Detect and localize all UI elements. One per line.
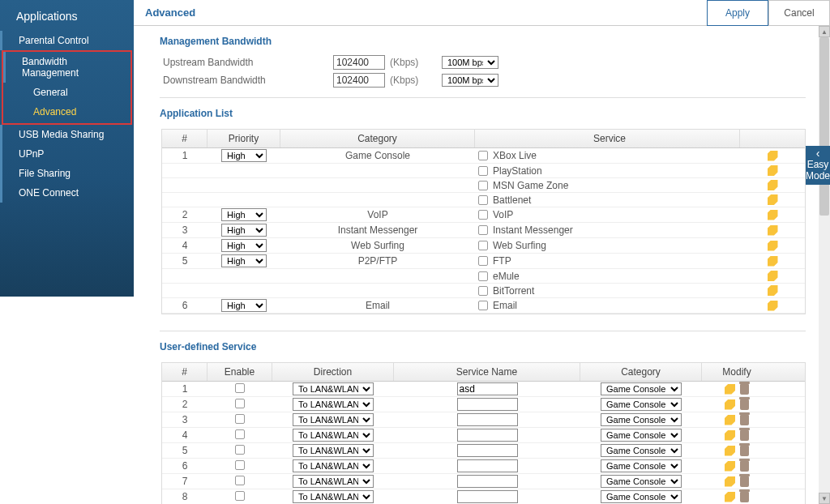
priority-select[interactable]: High [221,299,267,312]
enable-checkbox[interactable] [235,399,245,408]
enable-checkbox[interactable] [235,414,245,424]
enable-checkbox[interactable] [235,383,245,393]
easy-mode-toggle[interactable]: ‹ Easy Mode [806,146,830,185]
category-select[interactable]: Game Console [601,459,682,472]
service-checkbox[interactable] [478,195,488,205]
sidebar-item-usb media sharing[interactable]: USB Media Sharing [0,125,134,144]
sidebar-item-parental control[interactable]: Parental Control [0,31,134,50]
edit-icon[interactable] [768,271,778,281]
direction-select[interactable]: To LAN&WLAN [293,382,374,395]
service-checkbox[interactable] [478,181,488,190]
sidebar-item-advanced[interactable]: Advanced [3,102,130,122]
direction-select[interactable]: To LAN&WLAN [293,459,374,472]
scroll-down-icon[interactable]: ▼ [819,493,830,504]
service-name-input[interactable] [457,444,518,457]
delete-icon[interactable] [740,430,749,441]
category-select[interactable]: Game Console [601,444,682,457]
delete-icon[interactable] [740,476,749,487]
edit-icon[interactable] [768,180,778,190]
edit-icon[interactable] [768,210,778,220]
direction-select[interactable]: To LAN&WLAN [293,429,374,442]
row-modify [702,399,772,410]
service-checkbox[interactable] [478,256,488,266]
service-name-input[interactable] [457,490,518,503]
edit-icon[interactable] [768,225,778,236]
scrollbar[interactable]: ▲ ▼ [819,26,830,504]
row-number: 2 [162,209,208,220]
edit-icon[interactable] [768,256,778,267]
enable-checkbox[interactable] [235,445,245,455]
upstream-bw-select[interactable]: 100M bps [442,56,498,69]
sidebar-item-bandwidth management[interactable]: Bandwidth Management [3,52,130,83]
downstream-bw-select[interactable]: 100M bps [442,74,498,87]
edit-icon[interactable] [768,151,778,161]
delete-icon[interactable] [740,446,749,456]
edit-icon[interactable] [725,415,735,425]
enable-checkbox[interactable] [235,491,245,501]
sidebar-item-file sharing[interactable]: File Sharing [0,164,134,183]
category-select[interactable]: Game Console [601,413,682,426]
category-select[interactable]: Game Console [601,475,682,488]
service-name-input[interactable] [457,459,518,472]
category-select[interactable]: Game Console [601,398,682,411]
enable-checkbox[interactable] [235,460,245,470]
service-checkbox[interactable] [478,241,488,250]
edit-icon[interactable] [725,430,735,441]
apply-button[interactable]: Apply [707,0,768,26]
direction-select[interactable]: To LAN&WLAN [293,413,374,426]
service-name-input[interactable] [457,475,518,488]
scroll-track[interactable] [819,37,830,493]
sidebar-item-one connect[interactable]: ONE Connect [0,183,134,203]
service-name-input[interactable] [457,413,518,426]
upstream-input[interactable] [333,55,385,70]
service-checkbox[interactable] [478,210,488,220]
delete-icon[interactable] [740,384,749,395]
service-checkbox[interactable] [478,151,488,160]
edit-icon[interactable] [768,285,778,296]
row-number: 3 [162,224,208,236]
service-name-input[interactable] [457,429,518,442]
category-select[interactable]: Game Console [601,382,682,395]
edit-icon[interactable] [725,461,735,472]
enable-checkbox[interactable] [235,429,245,439]
priority-select[interactable]: High [221,149,267,162]
service-checkbox[interactable] [478,225,488,235]
col-category: Category [580,363,702,381]
direction-select[interactable]: To LAN&WLAN [293,398,374,411]
delete-icon[interactable] [740,461,749,472]
direction-select[interactable]: To LAN&WLAN [293,490,374,503]
category-select[interactable]: Game Console [601,490,682,503]
edit-icon[interactable] [768,165,778,176]
scroll-up-icon[interactable]: ▲ [819,26,830,37]
sidebar-item-upnp[interactable]: UPnP [0,144,134,164]
service-checkbox[interactable] [478,271,488,281]
priority-select[interactable]: High [221,254,267,267]
edit-icon[interactable] [768,301,778,311]
edit-icon[interactable] [725,476,735,487]
delete-icon[interactable] [740,399,749,410]
service-name-input[interactable] [457,398,518,411]
category-select[interactable]: Game Console [601,429,682,442]
priority-select[interactable]: High [221,208,267,221]
edit-icon[interactable] [768,241,778,251]
scroll-thumb[interactable] [819,37,829,216]
enable-checkbox[interactable] [235,476,245,485]
sidebar-item-general[interactable]: General [3,83,130,102]
service-checkbox[interactable] [478,166,488,176]
edit-icon[interactable] [725,492,735,502]
cancel-button[interactable]: Cancel [768,0,830,26]
delete-icon[interactable] [740,415,749,425]
edit-icon[interactable] [725,399,735,410]
service-checkbox[interactable] [478,286,488,296]
direction-select[interactable]: To LAN&WLAN [293,475,374,488]
priority-select[interactable]: High [221,239,267,252]
priority-select[interactable]: High [221,224,267,237]
delete-icon[interactable] [740,492,749,502]
edit-icon[interactable] [725,446,735,456]
edit-icon[interactable] [725,384,735,395]
edit-icon[interactable] [768,194,778,205]
service-checkbox[interactable] [478,301,488,310]
direction-select[interactable]: To LAN&WLAN [293,444,374,457]
service-name-input[interactable] [457,382,518,395]
downstream-input[interactable] [333,73,385,88]
